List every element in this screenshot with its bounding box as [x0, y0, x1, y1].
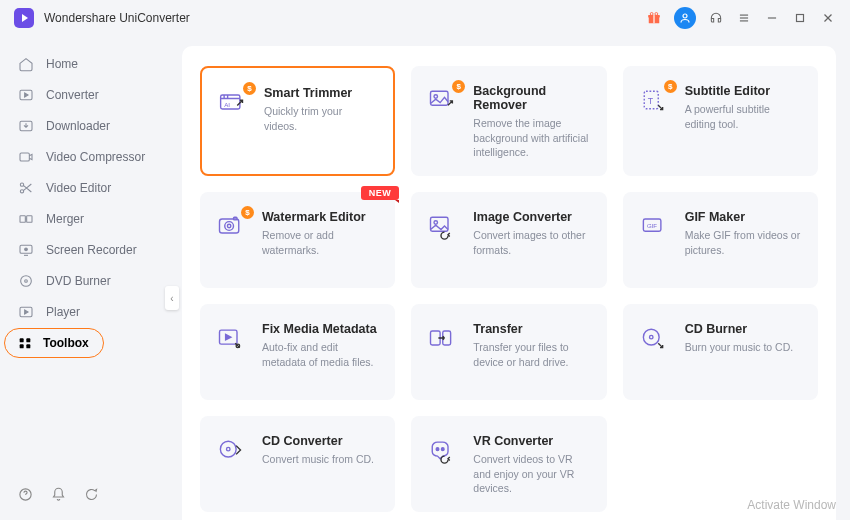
sidebar-item-toolbox[interactable]: Toolbox — [0, 327, 172, 358]
pro-badge-icon: $ — [452, 80, 465, 93]
player-icon — [18, 304, 34, 320]
sidebar-item-label: Video Editor — [46, 181, 111, 195]
svg-point-21 — [25, 248, 28, 251]
tool-card-cd-burner[interactable]: CD Burner Burn your music to CD. — [623, 304, 818, 400]
tool-icon: $ — [427, 86, 459, 118]
tool-card-cd-converter[interactable]: CD Converter Convert music from CD. — [200, 416, 395, 512]
maximize-button[interactable] — [792, 10, 808, 26]
tool-body: Background Remover Remove the image back… — [473, 84, 590, 160]
svg-point-23 — [25, 279, 28, 282]
svg-rect-27 — [20, 344, 24, 348]
tool-body: Image Converter Convert images to other … — [473, 210, 590, 272]
sidebar-item-label: Downloader — [46, 119, 110, 133]
svg-point-41 — [434, 221, 438, 225]
tool-icon — [427, 436, 459, 468]
sidebar-item-editor[interactable]: Video Editor — [0, 172, 172, 203]
sidebar-collapse-handle[interactable]: ‹ — [165, 286, 179, 310]
tool-icon — [216, 324, 248, 356]
svg-rect-10 — [797, 15, 804, 22]
tool-icon: GIF — [639, 212, 671, 244]
tool-card-watermark-editor[interactable]: $ Watermark Editor Remove or add waterma… — [200, 192, 395, 288]
sidebar-item-label: DVD Burner — [46, 274, 111, 288]
tool-card-subtitle-editor[interactable]: T $ Subtitle Editor A powerful subtitle … — [623, 66, 818, 176]
svg-point-51 — [227, 447, 231, 451]
tool-card-image-converter[interactable]: Image Converter Convert images to other … — [411, 192, 606, 288]
sidebar-item-label: Player — [46, 305, 80, 319]
tool-description: Auto-fix and edit metadata of media file… — [262, 340, 379, 369]
svg-point-53 — [442, 448, 445, 451]
merger-icon — [18, 211, 34, 227]
download-icon — [18, 118, 34, 134]
tool-body: VR Converter Convert videos to VR and en… — [473, 434, 590, 496]
sidebar-item-label: Video Compressor — [46, 150, 145, 164]
feedback-icon[interactable] — [84, 487, 99, 506]
svg-point-5 — [683, 14, 687, 18]
svg-rect-18 — [20, 215, 25, 222]
tool-icon: AI $ — [218, 88, 250, 120]
home-icon — [18, 56, 34, 72]
tool-icon — [216, 436, 248, 468]
sidebar-item-downloader[interactable]: Downloader — [0, 110, 172, 141]
sidebar-item-label: Toolbox — [43, 336, 89, 350]
tool-icon — [427, 324, 459, 356]
tool-title: Background Remover — [473, 84, 590, 112]
sidebar-item-label: Merger — [46, 212, 84, 226]
sidebar-item-converter[interactable]: Converter — [0, 79, 172, 110]
sidebar-item-compressor[interactable]: Video Compressor — [0, 141, 172, 172]
tool-body: GIF Maker Make GIF from videos or pictur… — [685, 210, 802, 272]
svg-point-3 — [650, 13, 653, 16]
svg-rect-15 — [20, 153, 29, 161]
pro-badge-icon: $ — [243, 82, 256, 95]
svg-point-38 — [227, 224, 231, 228]
svg-text:AI: AI — [224, 101, 230, 108]
bell-icon[interactable] — [51, 487, 66, 506]
tool-card-transfer[interactable]: Transfer Transfer your files to device o… — [411, 304, 606, 400]
tool-title: Watermark Editor — [262, 210, 379, 224]
tool-card-gif-maker[interactable]: GIF GIF Maker Make GIF from videos or pi… — [623, 192, 818, 288]
tool-body: CD Burner Burn your music to CD. — [685, 322, 802, 384]
sidebar-item-label: Home — [46, 57, 78, 71]
sidebar-item-recorder[interactable]: Screen Recorder — [0, 234, 172, 265]
sidebar: Home Converter Downloader Video Compress… — [0, 36, 172, 520]
close-button[interactable] — [820, 10, 836, 26]
tool-title: Subtitle Editor — [685, 84, 802, 98]
menu-icon[interactable] — [736, 10, 752, 26]
tool-card-vr-converter[interactable]: VR Converter Convert videos to VR and en… — [411, 416, 606, 512]
pro-badge-icon: $ — [241, 206, 254, 219]
gift-icon[interactable] — [646, 10, 662, 26]
sidebar-item-dvd[interactable]: DVD Burner — [0, 265, 172, 296]
help-icon[interactable] — [18, 487, 33, 506]
sidebar-item-merger[interactable]: Merger — [0, 203, 172, 234]
sidebar-footer — [0, 487, 172, 520]
toolbox-icon — [17, 335, 33, 351]
content-area: AI $ Smart Trimmer Quickly trim your vid… — [172, 36, 850, 520]
app-title: Wondershare UniConverter — [44, 11, 190, 25]
scissors-icon — [18, 180, 34, 196]
compressor-icon — [18, 149, 34, 165]
svg-point-4 — [655, 13, 658, 16]
recorder-icon — [18, 242, 34, 258]
minimize-button[interactable] — [764, 10, 780, 26]
svg-point-33 — [434, 95, 438, 99]
svg-point-22 — [21, 275, 32, 286]
support-icon[interactable] — [708, 10, 724, 26]
pro-badge-icon: $ — [664, 80, 677, 93]
tool-body: Smart Trimmer Quickly trim your videos. — [264, 86, 377, 158]
tool-card-background-remover[interactable]: $ Background Remover Remove the image ba… — [411, 66, 606, 176]
sidebar-item-home[interactable]: Home — [0, 48, 172, 79]
tool-description: Convert music from CD. — [262, 452, 379, 467]
app-logo-icon — [14, 8, 34, 28]
tool-body: Subtitle Editor A powerful subtitle edit… — [685, 84, 802, 160]
svg-text:GIF: GIF — [647, 222, 657, 229]
sidebar-item-player[interactable]: Player — [0, 296, 172, 327]
tool-icon — [427, 212, 459, 244]
tool-card-smart-trimmer[interactable]: AI $ Smart Trimmer Quickly trim your vid… — [200, 66, 395, 176]
tool-title: Image Converter — [473, 210, 590, 224]
tool-description: Remove or add watermarks. — [262, 228, 379, 257]
tools-grid: AI $ Smart Trimmer Quickly trim your vid… — [200, 66, 818, 512]
user-avatar-icon[interactable] — [674, 7, 696, 29]
svg-rect-28 — [26, 344, 30, 348]
tool-card-fix-media-metadata[interactable]: Fix Media Metadata Auto-fix and edit met… — [200, 304, 395, 400]
tool-title: Fix Media Metadata — [262, 322, 379, 336]
svg-point-49 — [649, 335, 653, 339]
